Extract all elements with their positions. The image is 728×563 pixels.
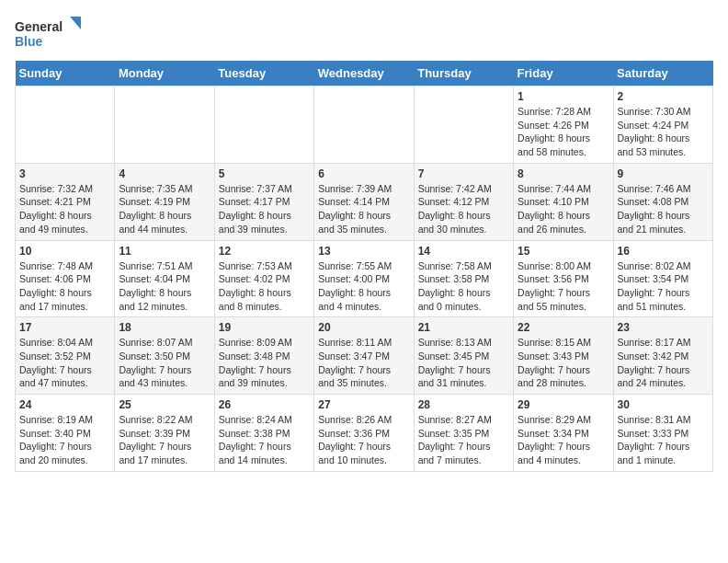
- day-number: 6: [318, 167, 409, 180]
- day-info: Sunrise: 7:42 AM Sunset: 4:12 PM Dayligh…: [418, 182, 509, 236]
- logo-svg: GeneralBlue: [15, 15, 88, 52]
- day-info: Sunrise: 8:24 AM Sunset: 3:38 PM Dayligh…: [219, 413, 310, 467]
- day-number: 30: [618, 398, 709, 411]
- day-info: Sunrise: 7:58 AM Sunset: 3:58 PM Dayligh…: [418, 259, 509, 314]
- calendar-cell: 28Sunrise: 8:27 AM Sunset: 3:35 PM Dayli…: [414, 395, 513, 472]
- day-number: 7: [418, 167, 509, 180]
- calendar-row: 1Sunrise: 7:28 AM Sunset: 4:26 PM Daylig…: [16, 86, 713, 164]
- calendar-cell: 25Sunrise: 8:22 AM Sunset: 3:39 PM Dayli…: [115, 395, 214, 472]
- calendar-row: 10Sunrise: 7:48 AM Sunset: 4:06 PM Dayli…: [16, 240, 713, 317]
- day-number: 26: [219, 398, 310, 411]
- day-info: Sunrise: 8:27 AM Sunset: 3:35 PM Dayligh…: [418, 413, 509, 467]
- day-info: Sunrise: 7:51 AM Sunset: 4:04 PM Dayligh…: [119, 259, 210, 314]
- day-info: Sunrise: 8:09 AM Sunset: 3:48 PM Dayligh…: [219, 336, 310, 390]
- page-header: GeneralBlue: [15, 15, 713, 52]
- calendar-cell: 9Sunrise: 7:46 AM Sunset: 4:08 PM Daylig…: [613, 163, 712, 240]
- day-number: 9: [618, 167, 709, 180]
- calendar-cell: 8Sunrise: 7:44 AM Sunset: 4:10 PM Daylig…: [514, 163, 613, 240]
- day-number: 23: [618, 321, 709, 334]
- day-number: 8: [518, 167, 609, 180]
- day-info: Sunrise: 8:15 AM Sunset: 3:43 PM Dayligh…: [518, 336, 609, 390]
- day-info: Sunrise: 8:07 AM Sunset: 3:50 PM Dayligh…: [119, 336, 210, 390]
- calendar-cell: 12Sunrise: 7:53 AM Sunset: 4:02 PM Dayli…: [214, 240, 313, 317]
- day-number: 13: [318, 245, 409, 258]
- calendar-cell: 24Sunrise: 8:19 AM Sunset: 3:40 PM Dayli…: [16, 395, 115, 472]
- calendar-cell: 5Sunrise: 7:37 AM Sunset: 4:17 PM Daylig…: [214, 163, 313, 240]
- day-info: Sunrise: 7:48 AM Sunset: 4:06 PM Dayligh…: [19, 259, 110, 314]
- day-number: 21: [418, 321, 509, 334]
- weekday-header: Saturday: [613, 61, 712, 86]
- calendar-cell: [115, 86, 214, 164]
- calendar-cell: 20Sunrise: 8:11 AM Sunset: 3:47 PM Dayli…: [314, 317, 414, 395]
- day-info: Sunrise: 8:29 AM Sunset: 3:34 PM Dayligh…: [518, 413, 609, 467]
- day-number: 17: [19, 321, 110, 334]
- day-number: 1: [518, 90, 609, 103]
- day-info: Sunrise: 7:37 AM Sunset: 4:17 PM Dayligh…: [219, 182, 310, 236]
- calendar-cell: 4Sunrise: 7:35 AM Sunset: 4:19 PM Daylig…: [115, 163, 214, 240]
- calendar-cell: 22Sunrise: 8:15 AM Sunset: 3:43 PM Dayli…: [514, 317, 613, 395]
- day-number: 14: [418, 245, 509, 258]
- calendar-cell: 16Sunrise: 8:02 AM Sunset: 3:54 PM Dayli…: [613, 240, 712, 317]
- day-number: 3: [19, 167, 110, 180]
- day-info: Sunrise: 7:32 AM Sunset: 4:21 PM Dayligh…: [19, 182, 110, 236]
- calendar-cell: 26Sunrise: 8:24 AM Sunset: 3:38 PM Dayli…: [214, 395, 313, 472]
- day-info: Sunrise: 8:31 AM Sunset: 3:33 PM Dayligh…: [618, 413, 709, 467]
- calendar-cell: 7Sunrise: 7:42 AM Sunset: 4:12 PM Daylig…: [414, 163, 513, 240]
- calendar-cell: 14Sunrise: 7:58 AM Sunset: 3:58 PM Dayli…: [414, 240, 513, 317]
- day-number: 27: [318, 398, 409, 411]
- weekday-header-row: SundayMondayTuesdayWednesdayThursdayFrid…: [16, 61, 713, 86]
- day-number: 24: [19, 398, 110, 411]
- day-info: Sunrise: 8:02 AM Sunset: 3:54 PM Dayligh…: [618, 259, 709, 314]
- calendar-cell: 15Sunrise: 8:00 AM Sunset: 3:56 PM Dayli…: [514, 240, 613, 317]
- calendar-cell: 2Sunrise: 7:30 AM Sunset: 4:24 PM Daylig…: [613, 86, 712, 164]
- day-number: 15: [518, 245, 609, 258]
- day-info: Sunrise: 8:11 AM Sunset: 3:47 PM Dayligh…: [318, 336, 409, 390]
- day-number: 19: [219, 321, 310, 334]
- day-number: 28: [418, 398, 509, 411]
- weekday-header: Thursday: [414, 61, 513, 86]
- day-info: Sunrise: 8:04 AM Sunset: 3:52 PM Dayligh…: [19, 336, 110, 390]
- calendar-cell: 30Sunrise: 8:31 AM Sunset: 3:33 PM Dayli…: [613, 395, 712, 472]
- calendar-cell: [16, 86, 115, 164]
- day-number: 10: [19, 245, 110, 258]
- day-info: Sunrise: 8:00 AM Sunset: 3:56 PM Dayligh…: [518, 259, 609, 314]
- weekday-header: Tuesday: [214, 61, 313, 86]
- day-info: Sunrise: 7:53 AM Sunset: 4:02 PM Dayligh…: [219, 259, 310, 314]
- day-number: 16: [618, 245, 709, 258]
- day-info: Sunrise: 8:17 AM Sunset: 3:42 PM Dayligh…: [618, 336, 709, 390]
- logo: GeneralBlue: [15, 15, 88, 52]
- weekday-header: Wednesday: [314, 61, 414, 86]
- svg-text:Blue: Blue: [15, 34, 43, 49]
- calendar-table: SundayMondayTuesdayWednesdayThursdayFrid…: [15, 61, 713, 472]
- day-number: 2: [618, 90, 709, 103]
- day-info: Sunrise: 7:39 AM Sunset: 4:14 PM Dayligh…: [318, 182, 409, 236]
- calendar-cell: 1Sunrise: 7:28 AM Sunset: 4:26 PM Daylig…: [514, 86, 613, 164]
- day-number: 25: [119, 398, 210, 411]
- day-info: Sunrise: 7:55 AM Sunset: 4:00 PM Dayligh…: [318, 259, 409, 314]
- day-info: Sunrise: 7:28 AM Sunset: 4:26 PM Dayligh…: [518, 105, 609, 159]
- calendar-cell: 3Sunrise: 7:32 AM Sunset: 4:21 PM Daylig…: [16, 163, 115, 240]
- svg-text:General: General: [15, 19, 63, 34]
- calendar-cell: 23Sunrise: 8:17 AM Sunset: 3:42 PM Dayli…: [613, 317, 712, 395]
- day-info: Sunrise: 8:19 AM Sunset: 3:40 PM Dayligh…: [19, 413, 110, 467]
- weekday-header: Sunday: [16, 61, 115, 86]
- svg-marker-1: [70, 17, 81, 29]
- calendar-cell: 29Sunrise: 8:29 AM Sunset: 3:34 PM Dayli…: [514, 395, 613, 472]
- calendar-cell: [414, 86, 513, 164]
- weekday-header: Friday: [514, 61, 613, 86]
- day-number: 20: [318, 321, 409, 334]
- day-info: Sunrise: 7:30 AM Sunset: 4:24 PM Dayligh…: [618, 105, 709, 159]
- day-number: 12: [219, 245, 310, 258]
- day-number: 29: [518, 398, 609, 411]
- calendar-cell: 6Sunrise: 7:39 AM Sunset: 4:14 PM Daylig…: [314, 163, 414, 240]
- calendar-cell: 11Sunrise: 7:51 AM Sunset: 4:04 PM Dayli…: [115, 240, 214, 317]
- weekday-header: Monday: [115, 61, 214, 86]
- calendar-cell: [214, 86, 313, 164]
- day-info: Sunrise: 8:26 AM Sunset: 3:36 PM Dayligh…: [318, 413, 409, 467]
- calendar-cell: 19Sunrise: 8:09 AM Sunset: 3:48 PM Dayli…: [214, 317, 313, 395]
- day-info: Sunrise: 8:13 AM Sunset: 3:45 PM Dayligh…: [418, 336, 509, 390]
- calendar-row: 24Sunrise: 8:19 AM Sunset: 3:40 PM Dayli…: [16, 395, 713, 472]
- day-info: Sunrise: 8:22 AM Sunset: 3:39 PM Dayligh…: [119, 413, 210, 467]
- day-number: 18: [119, 321, 210, 334]
- day-info: Sunrise: 7:35 AM Sunset: 4:19 PM Dayligh…: [119, 182, 210, 236]
